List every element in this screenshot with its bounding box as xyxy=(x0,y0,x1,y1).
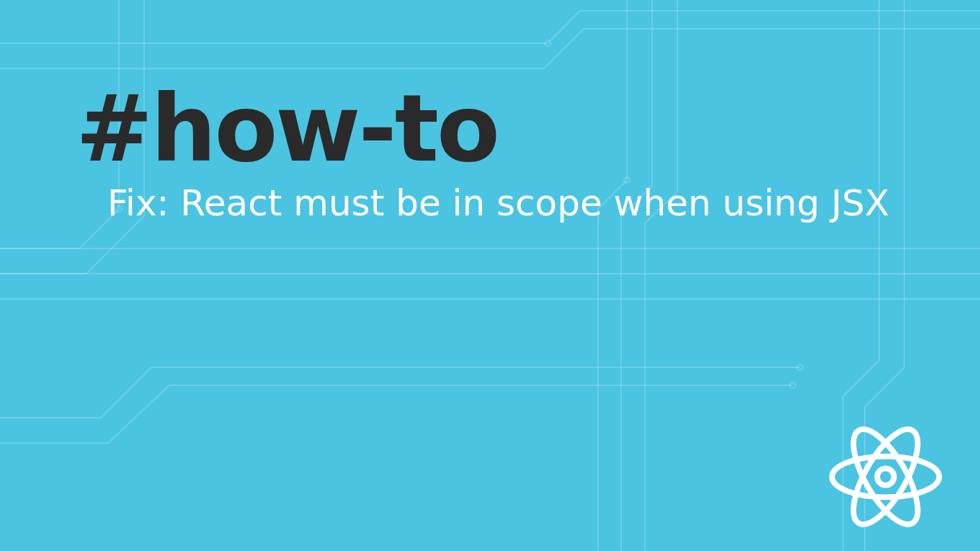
article-title: Fix: React must be in scope when using J… xyxy=(107,181,915,226)
svg-point-12 xyxy=(797,364,803,370)
react-icon xyxy=(817,416,954,538)
svg-point-16 xyxy=(880,471,891,483)
category-tag: #how-to xyxy=(76,83,915,175)
svg-point-13 xyxy=(790,382,796,388)
